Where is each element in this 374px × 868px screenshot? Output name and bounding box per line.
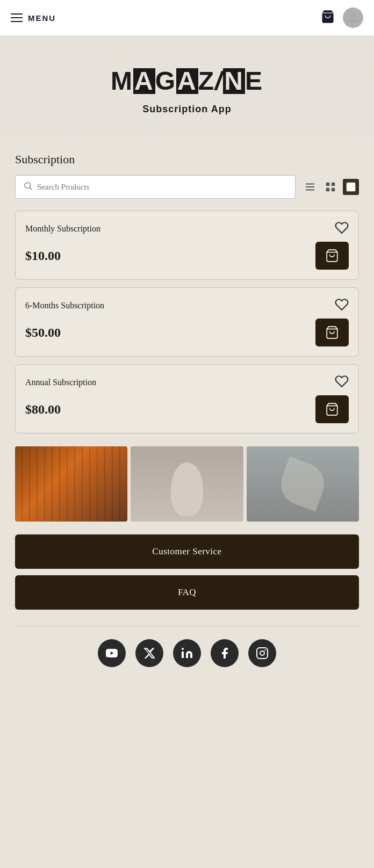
svg-point-19: [264, 649, 265, 650]
subscription-card-6months: 6-Months Subscription $50.00: [15, 287, 359, 357]
svg-point-16: [182, 648, 184, 650]
action-buttons: Customer Service FAQ: [15, 534, 359, 610]
svg-rect-4: [306, 184, 315, 185]
sub-card-top-2: 6-Months Subscription: [25, 298, 349, 313]
svg-rect-7: [326, 183, 329, 186]
youtube-button[interactable]: [98, 639, 126, 667]
header: MENU: [0, 0, 374, 36]
instagram-button[interactable]: [248, 639, 276, 667]
subscription-price: $10.00: [25, 249, 61, 263]
add-to-cart-6months[interactable]: [315, 319, 349, 346]
svg-line-3: [30, 187, 32, 190]
user-avatar[interactable]: [343, 8, 363, 28]
wishlist-button-monthly[interactable]: [335, 221, 349, 236]
social-row: [15, 639, 359, 683]
wishlist-button-6months[interactable]: [335, 298, 349, 313]
grid-view-button[interactable]: [322, 179, 339, 195]
sub-card-bottom-3: $80.00: [25, 395, 349, 423]
subscription-price-2: $50.00: [25, 326, 61, 340]
subscription-cards: Monthly Subscription $10.00: [15, 211, 359, 433]
customer-service-button[interactable]: Customer Service: [15, 534, 359, 569]
gallery-image-woman: [131, 446, 243, 522]
search-bar-row: [15, 175, 359, 199]
add-to-cart-annual[interactable]: [315, 395, 349, 423]
svg-rect-9: [326, 188, 329, 191]
sub-card-bottom: $10.00: [25, 242, 349, 270]
subscription-name-3: Annual Subscription: [25, 378, 96, 387]
cart-button[interactable]: [320, 9, 335, 26]
search-icon: [23, 181, 33, 193]
subscription-name: Monthly Subscription: [25, 224, 100, 234]
svg-rect-11: [347, 183, 356, 192]
wishlist-button-annual[interactable]: [335, 374, 349, 390]
twitter-x-button[interactable]: [135, 639, 163, 667]
header-right: [320, 8, 363, 28]
subscription-name-2: 6-Months Subscription: [25, 301, 104, 310]
svg-point-2: [25, 183, 31, 189]
divider: [15, 626, 359, 626]
menu-label: MENU: [28, 13, 56, 23]
sub-card-top-3: Annual Subscription: [25, 374, 349, 390]
svg-rect-17: [257, 648, 268, 659]
gallery-image-leather: [15, 446, 127, 522]
svg-rect-6: [306, 190, 315, 191]
subscription-card-monthly: Monthly Subscription $10.00: [15, 211, 359, 280]
search-bar[interactable]: [15, 175, 296, 199]
hamburger-menu-button[interactable]: [11, 13, 23, 22]
hero-section: MAGAZ/NE Subscription App: [0, 36, 374, 136]
subscription-card-annual: Annual Subscription $80.00: [15, 364, 359, 433]
svg-rect-8: [332, 183, 335, 186]
subscription-price-3: $80.00: [25, 402, 61, 417]
add-to-cart-monthly[interactable]: [315, 242, 349, 270]
svg-rect-5: [306, 186, 315, 187]
header-left: MENU: [11, 13, 56, 23]
logo-text: MAGAZ/NE: [111, 68, 263, 94]
gallery-image-bow: [247, 446, 359, 522]
brand-subtitle: Subscription App: [142, 104, 231, 115]
list-view-button[interactable]: [302, 179, 318, 195]
section-title: Subscription: [15, 153, 359, 167]
compact-view-button[interactable]: [343, 179, 359, 195]
brand-logo: MAGAZ/NE: [111, 68, 263, 94]
image-gallery: [15, 446, 359, 522]
facebook-button[interactable]: [211, 639, 239, 667]
svg-rect-10: [332, 188, 335, 191]
view-toggles: [302, 179, 359, 195]
sub-card-top: Monthly Subscription: [25, 221, 349, 236]
svg-point-1: [350, 13, 355, 18]
main-content: Subscription: [0, 136, 374, 694]
sub-card-bottom-2: $50.00: [25, 319, 349, 346]
svg-point-18: [260, 651, 264, 655]
search-input[interactable]: [37, 183, 287, 192]
linkedin-button[interactable]: [173, 639, 201, 667]
faq-button[interactable]: FAQ: [15, 575, 359, 610]
